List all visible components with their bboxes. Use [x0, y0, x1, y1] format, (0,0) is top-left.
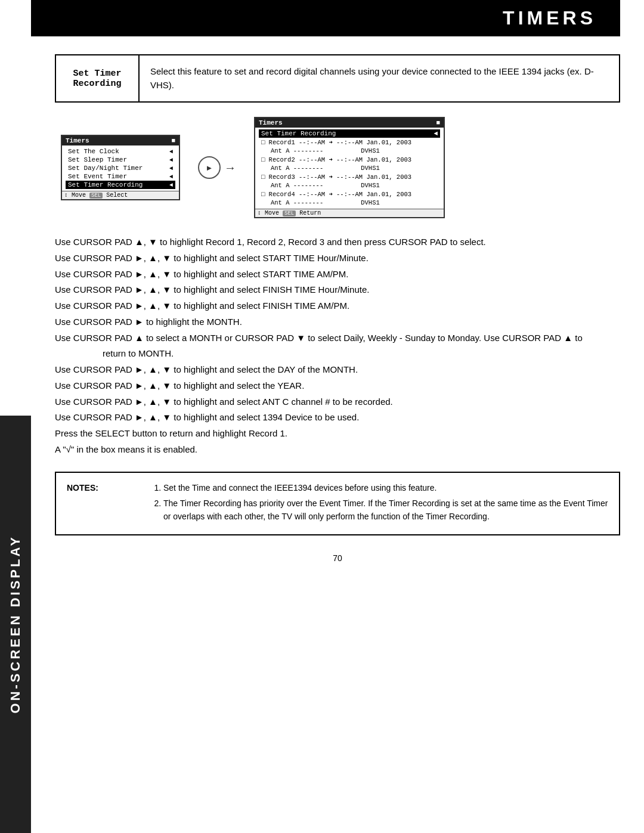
instruction-13: A "√" in the box means it is enabled. — [55, 442, 620, 457]
feature-label: Set Timer Recording — [56, 55, 140, 101]
note-1: Set the Time and connect the IEEE1394 de… — [163, 481, 608, 494]
instruction-12: Press the SELECT button to return and hi… — [55, 426, 620, 441]
feature-box: Set Timer Recording Select this feature … — [55, 54, 620, 103]
screen-right-title: Timers ■ — [255, 118, 444, 128]
instruction-2: Use CURSOR PAD ►, ▲, ▼ to highlight and … — [55, 251, 620, 266]
menu-item-timer-recording: Set Timer Recording◄ — [66, 181, 175, 189]
menu-item-event-timer: Set Event Timer◄ — [66, 172, 175, 181]
record1-row: □ Record1 --:--AM ➜ --:--AM Jan.01, 2003 — [259, 138, 440, 147]
record3-ant: Ant A -------- DVHS1 — [259, 181, 440, 190]
arrow-between-screens: ► → — [198, 156, 236, 179]
instruction-10: Use CURSOR PAD ►, ▲, ▼ to highlight and … — [55, 395, 620, 410]
screen-left-title: Timers ■ — [62, 136, 179, 145]
instructions-block: Use CURSOR PAD ▲, ▼ to highlight Record … — [55, 235, 620, 457]
page-number: 70 — [55, 553, 620, 563]
record4-row: □ Record4 --:--AM ➜ --:--AM Jan.01, 2003 — [259, 190, 440, 199]
instruction-3: Use CURSOR PAD ►, ▲, ▼ to highlight and … — [55, 267, 620, 282]
record3-row: □ Record3 --:--AM ➜ --:--AM Jan.01, 2003 — [259, 172, 440, 181]
record2-ant: Ant A -------- DVHS1 — [259, 164, 440, 172]
screen-right: Timers ■ Set Timer Recording◄ □ Record1 … — [254, 117, 445, 218]
screenshots-row: Timers ■ Set The Clock◄ Set Sleep Timer◄… — [55, 117, 620, 218]
screen-right-subtitle: Set Timer Recording◄ — [259, 129, 440, 138]
page-title: TIMERS — [31, 0, 620, 36]
arrow-right: → — [224, 161, 236, 175]
notes-header-row: NOTES: Set the Time and connect the IEEE… — [67, 481, 608, 526]
notes-list: Set the Time and connect the IEEE1394 de… — [110, 481, 608, 526]
record1-ant: Ant A -------- DVHS1 — [259, 147, 440, 155]
screen-right-status: ↕ Move SEL Return — [255, 209, 444, 217]
instruction-8: Use CURSOR PAD ►, ▲, ▼ to highlight and … — [55, 363, 620, 377]
sidebar-label-text: ON-SCREEN DISPLAY — [8, 535, 23, 713]
notes-box: NOTES: Set the Time and connect the IEEE… — [55, 472, 620, 535]
record2-row: □ Record2 --:--AM ➜ --:--AM Jan.01, 2003 — [259, 155, 440, 164]
notes-label: NOTES: — [67, 481, 104, 494]
instruction-11: Use CURSOR PAD ►, ▲, ▼ to highlight and … — [55, 410, 620, 425]
instruction-1: Use CURSOR PAD ▲, ▼ to highlight Record … — [55, 235, 620, 250]
menu-item-set-clock: Set The Clock◄ — [66, 147, 175, 156]
sidebar-label: ON-SCREEN DISPLAY — [0, 416, 31, 833]
screen-left: Timers ■ Set The Clock◄ Set Sleep Timer◄… — [61, 135, 180, 200]
instruction-6: Use CURSOR PAD ► to highlight the MONTH. — [55, 315, 620, 330]
note-2: The Timer Recording has priority over th… — [163, 497, 608, 524]
screen-right-body: Set Timer Recording◄ □ Record1 --:--AM ➜… — [255, 128, 444, 209]
instruction-7: Use CURSOR PAD ▲ to select a MONTH or CU… — [55, 331, 620, 346]
arrow-circle: ► — [198, 156, 221, 179]
instruction-7-cont: return to MONTH. — [55, 346, 620, 361]
feature-description: Select this feature to set and record di… — [140, 55, 619, 101]
record4-ant: Ant A -------- DVHS1 — [259, 199, 440, 207]
menu-item-sleep-timer: Set Sleep Timer◄ — [66, 156, 175, 164]
instruction-9: Use CURSOR PAD ►, ▲, ▼ to highlight and … — [55, 379, 620, 394]
menu-item-day-night: Set Day/Night Timer◄ — [66, 164, 175, 172]
screen-left-status: ↕ Move SEL Select — [62, 191, 179, 199]
instruction-5: Use CURSOR PAD ►, ▲, ▼ to highlight and … — [55, 299, 620, 314]
instruction-4: Use CURSOR PAD ►, ▲, ▼ to highlight and … — [55, 283, 620, 298]
screen-left-body: Set The Clock◄ Set Sleep Timer◄ Set Day/… — [62, 145, 179, 191]
